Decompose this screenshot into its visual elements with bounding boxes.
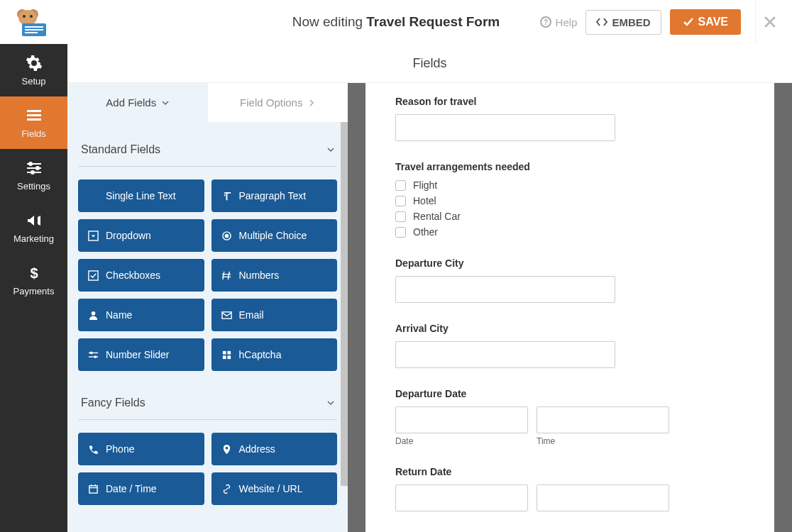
- svg-rect-8: [25, 32, 38, 33]
- svg-rect-31: [222, 350, 226, 354]
- reason-for-travel-label: Reason for travel: [395, 96, 744, 107]
- group-standard-fields[interactable]: Standard Fields: [78, 122, 337, 167]
- tab-add-fields[interactable]: Add Fields: [67, 83, 208, 122]
- nav-settings[interactable]: Settings: [0, 149, 67, 201]
- svg-rect-7: [25, 29, 43, 31]
- svg-rect-6: [25, 26, 43, 28]
- departure-city-label: Departure City: [395, 257, 744, 269]
- departure-city-input[interactable]: [395, 276, 615, 303]
- svg-point-3: [23, 15, 26, 18]
- caret-square-icon: [88, 231, 99, 241]
- envelope-icon: [221, 310, 232, 321]
- nav-setup[interactable]: Setup: [0, 44, 67, 96]
- close-button[interactable]: [755, 0, 783, 44]
- gutter: [348, 83, 365, 532]
- return-time-input[interactable]: [537, 484, 669, 511]
- arrangement-option: Rental Car: [413, 211, 461, 222]
- date-sublabel: Date: [395, 436, 528, 446]
- sliders-icon: [88, 350, 99, 360]
- check-icon: [683, 17, 694, 27]
- link-icon: [221, 484, 232, 494]
- svg-rect-32: [227, 350, 231, 354]
- svg-point-19: [31, 170, 35, 174]
- departure-date-input[interactable]: [395, 406, 528, 433]
- field-multiple-choice[interactable]: Multiple Choice: [211, 219, 338, 252]
- field-checkboxes[interactable]: Checkboxes: [78, 259, 204, 292]
- gutter: [774, 83, 792, 532]
- gear-icon: [26, 55, 43, 72]
- field-address[interactable]: Address: [211, 433, 338, 465]
- nav-marketing[interactable]: Marketing: [0, 201, 67, 254]
- chevron-down-icon: [327, 399, 334, 406]
- arrival-city-input[interactable]: [395, 341, 615, 368]
- chevron-down-icon: [162, 99, 169, 106]
- calendar-icon: [88, 484, 99, 494]
- arrangement-flight-checkbox[interactable]: [395, 180, 406, 191]
- arrangement-other-checkbox[interactable]: [395, 227, 406, 238]
- code-icon: [596, 17, 607, 27]
- svg-rect-12: [27, 114, 41, 116]
- field-name[interactable]: Name: [78, 299, 204, 331]
- fields-panel: Add Fields Field Options Standard Fields: [67, 83, 348, 532]
- svg-point-23: [224, 233, 229, 238]
- field-single-line-text[interactable]: Single Line Text: [78, 179, 204, 212]
- svg-rect-13: [27, 118, 41, 121]
- field-numbers[interactable]: Numbers: [211, 259, 338, 292]
- help-link[interactable]: ? Help: [540, 16, 578, 28]
- field-email[interactable]: Email: [211, 299, 338, 331]
- svg-point-25: [92, 311, 96, 315]
- embed-button[interactable]: EMBED: [585, 10, 661, 35]
- vertical-nav: Setup Fields Settings Marketing $ Paymen…: [0, 44, 67, 532]
- reason-for-travel-input[interactable]: [395, 114, 615, 141]
- chevron-down-icon: [327, 146, 334, 153]
- svg-point-30: [94, 355, 97, 358]
- sliders-icon: [26, 160, 43, 177]
- group-fancy-fields[interactable]: Fancy Fields: [78, 371, 337, 420]
- field-paragraph-text[interactable]: Paragraph Text: [211, 179, 338, 212]
- bear-logo-icon: [12, 6, 52, 38]
- list-icon: [26, 107, 43, 124]
- svg-point-29: [90, 351, 93, 354]
- top-bar: Now editing Travel Request Form ? Help E…: [0, 0, 792, 44]
- svg-rect-33: [222, 355, 226, 359]
- save-button[interactable]: SAVE: [670, 9, 741, 35]
- arrangement-hotel-checkbox[interactable]: [395, 196, 406, 206]
- arrangement-rentalcar-checkbox[interactable]: [395, 211, 406, 222]
- section-title: Fields: [67, 44, 792, 83]
- field-dropdown[interactable]: Dropdown: [78, 219, 204, 252]
- svg-point-4: [30, 15, 33, 18]
- svg-point-18: [35, 166, 40, 170]
- form-preview: Reason for travel Travel arrangements ne…: [365, 83, 774, 532]
- map-pin-icon: [221, 444, 232, 455]
- field-website-url[interactable]: Website / URL: [211, 472, 338, 505]
- help-icon: ?: [540, 16, 551, 28]
- phone-icon: [88, 444, 99, 455]
- svg-rect-34: [227, 355, 231, 359]
- chevron-right-icon: [308, 99, 315, 106]
- field-hcaptcha[interactable]: hCaptcha: [211, 338, 338, 371]
- arrangement-option: Hotel: [413, 195, 436, 206]
- field-number-slider[interactable]: Number Slider: [78, 338, 204, 371]
- time-sublabel: Time: [537, 436, 669, 446]
- user-icon: [88, 310, 99, 321]
- return-date-input[interactable]: [395, 484, 528, 511]
- departure-date-label: Departure Date: [395, 388, 744, 399]
- svg-rect-11: [27, 110, 41, 112]
- scrollbar[interactable]: [341, 122, 348, 486]
- app-logo: [0, 0, 64, 44]
- bullhorn-icon: [26, 212, 43, 229]
- return-date-label: Return Date: [395, 466, 744, 477]
- field-phone[interactable]: Phone: [78, 433, 204, 465]
- field-date-time[interactable]: Date / Time: [78, 472, 204, 505]
- svg-text:$: $: [30, 265, 38, 281]
- paragraph-icon: [221, 191, 232, 201]
- editing-prefix: Now editing: [292, 14, 363, 29]
- svg-rect-24: [89, 270, 98, 279]
- hash-icon: [221, 270, 232, 281]
- dollar-icon: $: [26, 265, 43, 282]
- tab-field-options[interactable]: Field Options: [208, 83, 348, 122]
- departure-time-input[interactable]: [537, 406, 669, 433]
- nav-payments[interactable]: $ Payments: [0, 254, 67, 306]
- arrival-city-label: Arrival City: [395, 323, 744, 334]
- nav-fields[interactable]: Fields: [0, 96, 67, 149]
